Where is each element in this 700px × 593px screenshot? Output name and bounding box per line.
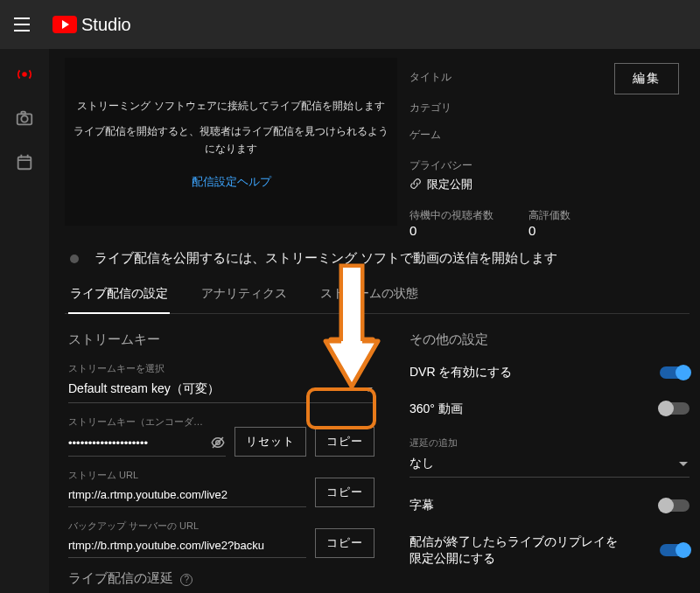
preview-panel: ストリーミング ソフトウェアに接続してライブ配信を開始します ライブ配信を開始す… <box>65 58 397 226</box>
copy-key-button[interactable]: コピー <box>315 427 374 457</box>
delay-select[interactable]: なし <box>410 452 690 478</box>
stream-key-select[interactable]: Default stream key（可変） <box>68 378 374 403</box>
tab-analytics[interactable]: アナリティクス <box>200 276 289 313</box>
captions-label: 字幕 <box>410 497 434 514</box>
likes-label: 高評価数 <box>528 208 570 223</box>
stream-url-value: rtmp://a.rtmp.youtube.com/live2 <box>68 488 228 501</box>
delay-value: なし <box>410 456 434 471</box>
preview-text-2: ライブ配信を開始すると、視聴者はライブ配信を見つけられるようになります <box>72 123 390 157</box>
copy-url-button[interactable]: コピー <box>315 478 374 507</box>
svg-rect-3 <box>21 112 25 115</box>
copy-backup-button[interactable]: コピー <box>315 528 374 558</box>
tab-settings[interactable]: ライブ配信の設定 <box>68 276 170 314</box>
main-area: ストリーミング ソフトウェアに接続してライブ配信を開始します ライブ配信を開始す… <box>49 49 700 593</box>
stream-help-link[interactable]: 配信設定ヘルプ <box>192 174 271 190</box>
delay-label: 遅延の追加 <box>410 436 690 450</box>
dvr-toggle[interactable] <box>660 366 690 379</box>
stream-key-select-value: Default stream key（可変） <box>68 381 220 397</box>
backup-url-value: rtmp://b.rtmp.youtube.com/live2?backu <box>68 539 264 552</box>
privacy-label: プライバシー <box>410 158 681 173</box>
tab-health[interactable]: ストリームの状態 <box>318 276 420 313</box>
webcam-icon[interactable] <box>15 108 34 128</box>
stream-key-select-label: ストリームキーを選択 <box>68 362 374 375</box>
top-bar: Studio <box>0 0 700 49</box>
dvr-label: DVR を有効にする <box>410 364 512 381</box>
stream-key-heading: ストリームキー <box>68 331 374 348</box>
v360-toggle[interactable] <box>660 402 690 415</box>
info-panel: 編集 タイトル カテゴリ ゲーム プライバシー 限定公開 待機中の視聴者数 0 <box>410 58 690 238</box>
edit-button[interactable]: 編集 <box>614 63 679 94</box>
v360-label: 360° 動画 <box>410 401 463 418</box>
replay-label: 配信が終了したらライブのリプレイを限定公開にする <box>410 534 628 568</box>
visibility-off-icon[interactable] <box>210 435 226 450</box>
latency-heading: ライブ配信の遅延 ? <box>68 570 374 587</box>
manage-icon[interactable] <box>15 152 34 171</box>
preview-text-1: ストリーミング ソフトウェアに接続してライブ配信を開始します <box>77 98 384 115</box>
info-icon[interactable]: ? <box>180 574 192 586</box>
category-value: ゲーム <box>410 128 681 143</box>
stream-url-label: ストリーム URL <box>68 469 306 482</box>
captions-toggle[interactable] <box>660 499 690 512</box>
link-icon <box>410 178 422 190</box>
youtube-icon <box>52 16 77 33</box>
stream-key-value: •••••••••••••••••••• <box>68 436 148 450</box>
waiting-value: 0 <box>410 223 494 238</box>
backup-url-field[interactable]: rtmp://b.rtmp.youtube.com/live2?backu <box>68 535 306 558</box>
status-dot-icon <box>70 255 79 263</box>
svg-point-2 <box>21 115 27 122</box>
stream-key-field[interactable]: •••••••••••••••••••• <box>68 431 226 457</box>
notice-text: ライブ配信を公開するには、ストリーミング ソフトで動画の送信を開始します <box>94 250 557 267</box>
app-logo[interactable]: Studio <box>52 15 131 35</box>
stream-url-field[interactable]: rtmp://a.rtmp.youtube.com/live2 <box>68 485 306 507</box>
chevron-down-icon <box>364 387 373 392</box>
left-rail <box>0 49 49 593</box>
privacy-value: 限定公開 <box>427 177 472 192</box>
tabs: ライブ配信の設定 アナリティクス ストリームの状態 <box>65 276 690 314</box>
other-settings-heading: その他の設定 <box>410 331 690 348</box>
latency-heading-text: ライブ配信の遅延 <box>68 570 173 585</box>
stream-key-label: ストリームキー（エンコーダ… <box>68 415 226 429</box>
backup-url-label: バックアップ サーバーの URL <box>68 520 306 533</box>
chevron-down-icon <box>679 462 688 466</box>
likes-value: 0 <box>528 223 570 238</box>
menu-icon[interactable] <box>14 17 35 31</box>
brand-text: Studio <box>81 15 131 35</box>
reset-button[interactable]: リセット <box>234 427 306 457</box>
waiting-label: 待機中の視聴者数 <box>410 208 494 223</box>
stream-icon[interactable] <box>15 65 34 84</box>
svg-point-0 <box>22 72 27 77</box>
stream-status-notice: ライブ配信を公開するには、ストリーミング ソフトで動画の送信を開始します <box>65 250 690 267</box>
replay-toggle[interactable] <box>660 544 690 556</box>
svg-rect-4 <box>18 157 32 170</box>
category-label: カテゴリ <box>410 101 681 115</box>
